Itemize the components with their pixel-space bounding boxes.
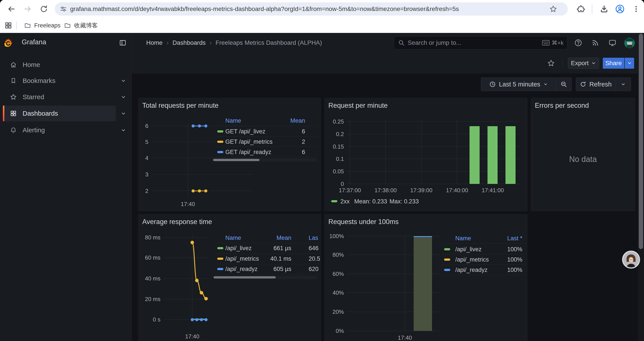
chevron-down-icon xyxy=(627,61,632,66)
legend-swatch[interactable] xyxy=(444,258,450,261)
bookmark-page-button[interactable] xyxy=(548,4,558,14)
chevron-down-icon[interactable] xyxy=(120,127,126,133)
legend-scrollbar-thumb[interactable] xyxy=(213,159,260,161)
profile-button[interactable] xyxy=(613,3,626,16)
star-icon xyxy=(549,5,557,13)
legend-divider xyxy=(216,253,320,254)
legend-value: 6 xyxy=(244,148,305,156)
profile-icon xyxy=(615,5,624,14)
legend-column-header[interactable]: Name xyxy=(225,117,241,124)
sidebar-item-alerting[interactable]: Alerting xyxy=(0,124,132,137)
legend-value: 646 xyxy=(309,244,318,252)
breadcrumb: Home › Dashboards › Freeleaps Metrics Da… xyxy=(146,33,322,53)
legend-divider xyxy=(216,243,320,243)
breadcrumb-dashboards[interactable]: Dashboards xyxy=(172,39,206,46)
user-avatar[interactable] xyxy=(624,37,636,49)
url-bar[interactable]: grafana.mathmast.com/d/deytv4rwavabkb/fr… xyxy=(55,3,568,16)
legend-swatch[interactable] xyxy=(444,248,450,250)
legend-column-header[interactable]: Mean xyxy=(230,234,291,242)
bookmark-label: Freeleaps xyxy=(34,22,60,29)
star-icon xyxy=(10,93,17,101)
legend-swatch[interactable] xyxy=(217,130,223,133)
reload-button[interactable] xyxy=(37,3,50,16)
kebab-menu-icon xyxy=(632,5,640,13)
assistant-avatar-widget[interactable] xyxy=(622,251,640,269)
legend-swatch[interactable] xyxy=(217,141,223,143)
zoom-out-button[interactable] xyxy=(556,78,572,91)
share-dropdown-button[interactable] xyxy=(625,58,634,69)
panel-title[interactable]: Errors per second xyxy=(535,102,589,110)
star-icon xyxy=(547,59,555,67)
share-button[interactable]: Share xyxy=(603,58,624,69)
legend-divider xyxy=(216,157,317,157)
legend-scrollbar-thumb[interactable] xyxy=(214,276,276,278)
legend-divider xyxy=(216,264,320,264)
bell-icon xyxy=(10,126,17,134)
search-icon xyxy=(398,40,405,46)
legend-swatch[interactable] xyxy=(217,151,223,153)
bookmark-folder-freeleaps[interactable]: Freeleaps xyxy=(21,21,64,30)
legend-divider xyxy=(216,136,317,137)
refresh-button[interactable]: Refresh xyxy=(576,78,615,91)
legend-swatch[interactable] xyxy=(444,269,450,271)
legend-column-header[interactable]: Mean xyxy=(244,117,305,124)
back-button[interactable] xyxy=(5,3,18,16)
browser-menu-button[interactable] xyxy=(630,3,643,16)
kiosk-mode-button[interactable] xyxy=(607,38,618,48)
legend-table: NameMeanLas/api/_livez661 µs646/api/_met… xyxy=(138,214,321,341)
forward-button[interactable] xyxy=(21,3,34,16)
grafana-logo[interactable] xyxy=(3,38,14,48)
export-button[interactable]: Export xyxy=(568,58,599,69)
legend-series-name[interactable]: 2xx xyxy=(340,198,350,205)
legend-divider xyxy=(442,264,526,265)
time-range-picker[interactable]: Last 5 minutes xyxy=(481,78,556,91)
sidebar-item-dashboards[interactable]: Dashboards xyxy=(0,107,132,120)
sidebar-toggle-button[interactable] xyxy=(118,38,128,48)
legend-divider xyxy=(216,126,317,126)
puzzle-icon xyxy=(577,5,585,13)
legend-column-header[interactable]: Last * xyxy=(461,235,522,242)
breadcrumb-current: Freeleaps Metrics Dashboard (ALPHA) xyxy=(216,39,322,46)
chevron-down-icon[interactable] xyxy=(120,78,126,84)
help-button[interactable] xyxy=(573,38,584,48)
breadcrumb-home[interactable]: Home xyxy=(146,39,163,46)
legend-stat: Max: 0.233 xyxy=(390,198,419,205)
folder-icon xyxy=(64,22,71,29)
nav-sidebar: Home Bookmarks Starred Dashboards Alerti… xyxy=(0,53,132,341)
legend-swatch[interactable] xyxy=(217,268,223,270)
extensions-button[interactable] xyxy=(574,3,588,16)
news-feed-button[interactable] xyxy=(590,38,600,48)
refresh-icon xyxy=(580,81,586,88)
panel-requests-under-100ms: 100%80%60%40%20%0%17:40 Requests under 1… xyxy=(324,214,528,341)
scrollbar-thumb[interactable] xyxy=(639,34,643,249)
avatar-girl-image xyxy=(623,252,639,267)
chevron-down-icon xyxy=(591,61,596,66)
forward-icon xyxy=(23,4,32,14)
legend-swatch[interactable] xyxy=(217,258,223,260)
bookmark-folder-blogs[interactable]: 收藏博客 xyxy=(61,21,101,30)
legend-column-header[interactable]: Las xyxy=(309,234,318,242)
sidebar-item-bookmarks[interactable]: Bookmarks xyxy=(0,74,132,87)
legend-divider xyxy=(442,254,526,254)
legend-value: 100% xyxy=(461,266,522,274)
page-scrollbar xyxy=(638,33,644,341)
chevron-down-icon[interactable] xyxy=(120,110,126,117)
refresh-interval-dropdown[interactable] xyxy=(615,78,631,91)
chevron-down-icon xyxy=(544,82,548,87)
favorite-dashboard-button[interactable] xyxy=(546,58,556,69)
apps-grid-button[interactable] xyxy=(2,19,15,32)
chevron-down-icon[interactable] xyxy=(120,94,126,100)
legend-table: NameMeanGET /api/_livez6GET /api/_metric… xyxy=(138,98,321,211)
search-input[interactable]: Search or jump to... ⌘+k xyxy=(394,36,567,49)
breadcrumb-separator: › xyxy=(210,39,212,46)
grafana-header: Grafana Home › Dashboards › Freeleaps Me… xyxy=(0,33,644,53)
sidebar-item-starred[interactable]: Starred xyxy=(0,90,132,104)
legend-swatch[interactable] xyxy=(217,247,223,249)
keyboard-icon xyxy=(542,40,550,46)
legend-value: 2 xyxy=(244,138,305,146)
downloads-button[interactable] xyxy=(598,3,611,16)
legend-swatch[interactable] xyxy=(331,200,337,202)
bookmark-label: 收藏博客 xyxy=(74,22,98,30)
help-icon xyxy=(574,39,582,47)
sidebar-item-home[interactable]: Home xyxy=(0,58,132,71)
